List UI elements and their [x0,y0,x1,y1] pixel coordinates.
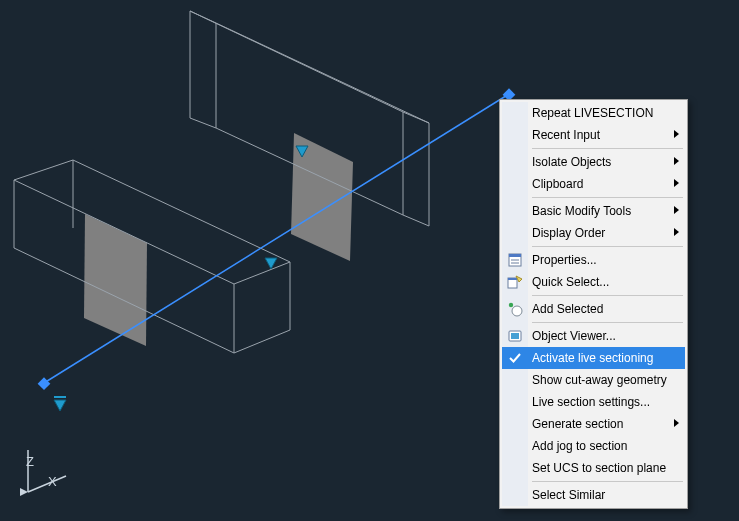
submenu-arrow-icon [674,130,679,138]
context-menu: Repeat LIVESECTION Recent Input Isolate … [499,99,688,509]
svg-rect-13 [509,254,521,257]
drawing-viewport[interactable]: Z X Repeat LIVESECTION Recent Input Isol… [0,0,739,521]
menu-repeat-livesection[interactable]: Repeat LIVESECTION [502,102,685,124]
svg-point-19 [512,306,522,316]
menu-label: Set UCS to section plane [532,461,666,475]
menu-label: Isolate Objects [532,155,611,169]
menu-label: Recent Input [532,128,600,142]
submenu-arrow-icon [674,179,679,187]
svg-marker-7 [54,400,66,411]
menu-separator [532,197,683,198]
menu-show-cutaway-geometry[interactable]: Show cut-away geometry [502,369,685,391]
menu-separator [532,295,683,296]
menu-label: Repeat LIVESECTION [532,106,653,120]
menu-basic-modify-tools[interactable]: Basic Modify Tools [502,200,685,222]
menu-add-jog-to-section[interactable]: Add jog to section [502,435,685,457]
menu-label: Basic Modify Tools [532,204,631,218]
menu-label: Live section settings... [532,395,650,409]
menu-isolate-objects[interactable]: Isolate Objects [502,151,685,173]
menu-label: Properties... [532,253,597,267]
menu-properties[interactable]: Properties... [502,249,685,271]
menu-label: Activate live sectioning [532,351,653,365]
menu-clipboard[interactable]: Clipboard [502,173,685,195]
svg-point-20 [509,303,513,307]
svg-rect-22 [511,333,519,339]
menu-label: Generate section [532,417,623,431]
properties-icon [507,252,523,268]
menu-add-selected[interactable]: Add Selected [502,298,685,320]
menu-label: Add Selected [532,302,603,316]
menu-recent-input[interactable]: Recent Input [502,124,685,146]
svg-rect-17 [508,278,517,280]
quick-select-icon [507,274,523,290]
submenu-arrow-icon [674,206,679,214]
menu-set-ucs-to-section-plane[interactable]: Set UCS to section plane [502,457,685,479]
menu-separator [532,322,683,323]
menu-live-section-settings[interactable]: Live section settings... [502,391,685,413]
svg-marker-1 [84,214,147,346]
menu-label: Show cut-away geometry [532,373,667,387]
submenu-arrow-icon [674,419,679,427]
menu-label: Clipboard [532,177,583,191]
menu-generate-section[interactable]: Generate section [502,413,685,435]
menu-display-order[interactable]: Display Order [502,222,685,244]
menu-label: Select Similar [532,488,605,502]
add-selected-icon [507,301,523,317]
menu-label: Display Order [532,226,605,240]
menu-quick-select[interactable]: Quick Select... [502,271,685,293]
submenu-arrow-icon [674,157,679,165]
menu-activate-live-sectioning[interactable]: Activate live sectioning [502,347,685,369]
check-icon [508,351,522,365]
menu-separator [532,481,683,482]
menu-label: Add jog to section [532,439,627,453]
object-viewer-icon [507,328,523,344]
svg-rect-3 [38,377,51,390]
menu-label: Object Viewer... [532,329,616,343]
section-direction-grip[interactable] [54,397,66,411]
menu-label: Quick Select... [532,275,609,289]
menu-separator [532,246,683,247]
menu-select-similar[interactable]: Select Similar [502,484,685,506]
menu-separator [532,148,683,149]
submenu-arrow-icon [674,228,679,236]
menu-object-viewer[interactable]: Object Viewer... [502,325,685,347]
